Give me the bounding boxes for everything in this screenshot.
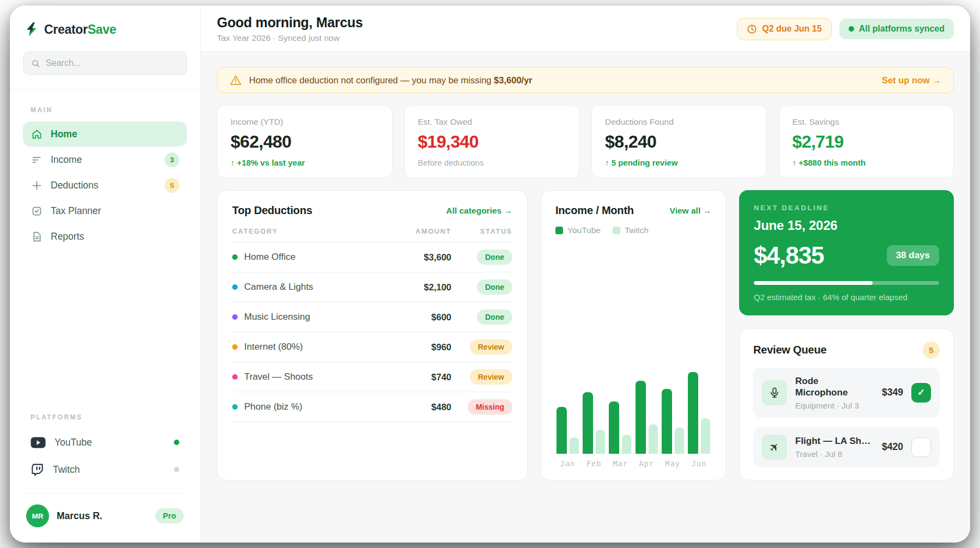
category-dot [232,374,238,380]
sidebar-item-home[interactable]: Home [23,121,187,147]
chart-bar [675,428,684,454]
setup-now-link[interactable]: Set up now → [882,75,941,86]
chart-bar [609,401,619,454]
chart-bar [701,418,710,454]
approve-checkbox[interactable]: ✓ [911,437,931,457]
status-badge: Review [470,369,512,385]
status-badge: Done [477,279,512,295]
stat-value: $62,480 [231,132,379,152]
bar-chart: Jan Feb Mar Apr May Jun [555,371,711,468]
stat-label: Est. Tax Owed [418,117,566,127]
deduction-amount: $3,600 [386,252,451,263]
status-badge: Done [477,309,512,325]
sidebar-divider [10,89,200,90]
twitch-icon [31,463,44,477]
checkbox-icon [31,205,43,217]
category-name: Phone (biz %) [244,401,303,412]
chart-bar [622,435,631,454]
sidebar: CreatorSave MAIN Home Income 3 [10,5,201,543]
sidebar-item-income[interactable]: Income 3 [23,147,187,172]
stat-delta: ↑ 5 pending review [605,158,753,167]
platform-item-twitch[interactable]: Twitch [23,456,187,483]
category-name: Home Office [244,252,295,263]
stat-card-deductions-found: Deductions Found $8,240 ↑ 5 pending revi… [591,105,767,178]
stat-delta: ↑ +$880 this month [793,158,941,167]
stat-label: Est. Savings [793,117,941,127]
review-queue-title: Review Queue [753,344,826,356]
category-name: Camera & Lights [244,282,313,293]
table-row[interactable]: Travel — Shoots $740 Review [232,362,512,392]
deadline-eyebrow: NEXT DEADLINE [754,204,939,212]
document-icon [31,230,43,242]
table-row[interactable]: Home Office $3,600 Done [232,242,512,272]
platform-label: YouTube [55,437,92,448]
app-window: CreatorSave MAIN Home Income 3 [10,5,970,543]
search-box[interactable] [23,51,187,75]
warning-triangle-icon [229,74,242,87]
table-row[interactable]: Phone (biz %) $480 Missing [232,392,512,422]
next-deadline-card: NEXT DEADLINE June 15, 2026 $4,835 38 da… [739,190,954,315]
sidebar-item-label: Home [51,129,77,140]
view-all-link[interactable]: View all → [670,206,711,216]
deadline-chip: Q2 due Jun 15 [737,18,831,40]
youtube-icon [31,437,46,448]
sidebar-item-tax-planner[interactable]: Tax Planner [23,198,187,223]
table-row[interactable]: Music Licensing $600 Done [232,302,512,332]
table-row[interactable]: Camera & Lights $2,100 Done [232,272,512,302]
chart-bar [688,372,698,454]
category-name: Travel — Shoots [244,372,313,382]
sidebar-item-label: Reports [51,231,84,242]
brand-logo: CreatorSave [23,22,187,37]
sidebar-item-label: Deductions [51,180,99,191]
legend-label: YouTube [567,226,601,235]
days-left-pill: 38 days [887,245,939,266]
chart-title: Income / Month [555,204,634,217]
platform-item-youtube[interactable]: YouTube [23,429,187,456]
review-item-meta: Equipment · Jul 3 [795,401,874,410]
chart-bar [636,381,646,454]
deduction-amount: $2,100 [386,282,451,293]
deadline-date: June 15, 2026 [754,218,939,233]
chart-bar [570,437,579,454]
user-name: Marcus R. [57,510,102,522]
deduction-amount: $740 [386,372,451,382]
chart-bar [596,430,605,454]
status-badge: Missing [468,399,512,415]
top-deductions-card: Top Deductions All categories → CATEGORY… [217,190,528,480]
deduction-amount: $960 [386,342,451,352]
table-header: CATEGORY AMOUNT STATUS [232,217,512,242]
review-item-amount: $349 [882,387,903,398]
table-row[interactable]: Internet (80%) $960 Review [232,332,512,362]
home-icon [31,128,43,140]
sync-status-chip: All platforms synced [839,19,954,39]
search-icon [31,58,40,69]
header: Good morning, Marcus Tax Year 2026 · Syn… [201,5,970,52]
stat-delta: Before deductions [418,158,566,167]
sidebar-item-label: Income [51,154,82,166]
user-profile[interactable]: MR Marcus R. Pro [23,493,187,529]
x-axis-labels: Jan Feb Mar Apr May Jun [555,459,711,468]
sidebar-item-reports[interactable]: Reports [23,224,187,249]
all-categories-link[interactable]: All categories → [446,206,512,216]
plane-icon: ✈ [762,435,787,460]
twitch-status-dot [174,467,179,472]
stat-label: Deductions Found [605,117,753,127]
review-item-amount: $420 [882,441,903,453]
income-chart-card: Income / Month View all → YouTube Twitch [541,190,726,480]
stat-value: $19,340 [418,132,566,152]
chart-legend: YouTube Twitch [555,226,711,235]
sidebar-item-deductions[interactable]: Deductions 5 [23,173,187,198]
search-input[interactable] [46,58,179,68]
stat-label: Income (YTD) [231,117,379,127]
approve-checkbox[interactable]: ✓ [911,383,931,403]
sync-status-dot [849,26,854,32]
deadline-caption: Q2 estimated tax · 64% of quarter elapse… [754,291,939,303]
quarter-progress-fill [754,281,873,285]
avatar: MR [26,504,49,527]
plus-icon [31,179,43,191]
chart-bar [649,424,658,454]
youtube-legend-swatch [555,227,563,234]
page-subtitle: Tax Year 2026 · Synced just now [217,33,363,43]
review-queue-card: Review Queue 5 Rode Microphone [739,328,954,480]
main-section-label: MAIN [31,106,187,114]
